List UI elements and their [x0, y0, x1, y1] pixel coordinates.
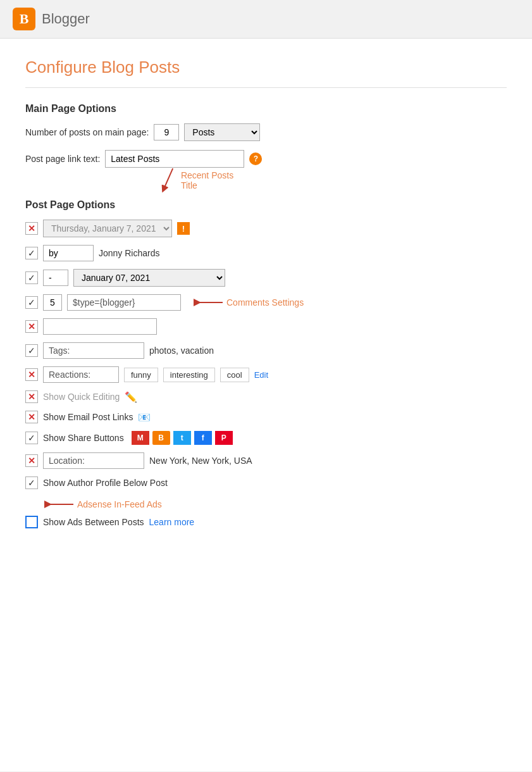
tags-row: ✓ photos, vacation — [25, 342, 507, 359]
main-page-options-section: Main Page Options Number of posts on mai… — [25, 103, 507, 168]
posts-type-select[interactable]: Posts Days — [184, 123, 260, 141]
adsense-arrow-svg — [43, 497, 75, 512]
email-links-label: Show Email Post Links — [43, 412, 133, 422]
share-buttons-row: ✓ Show Share Buttons M B t f P — [25, 431, 507, 445]
post-link-annotation-container: Recent Posts Title — [105, 150, 244, 168]
app-header: B Blogger — [0, 0, 532, 39]
app-name: Blogger — [42, 11, 90, 27]
author-profile-label: Show Author Profile Below Post — [43, 478, 168, 488]
date2-prefix-input[interactable] — [43, 270, 68, 286]
blogger-share-icon[interactable]: B — [152, 431, 170, 445]
author-name: Jonny Richards — [99, 248, 160, 258]
main-page-options-title: Main Page Options — [25, 103, 507, 115]
blogger-logo-icon: B — [13, 8, 35, 30]
post-link-text-row: Post page link text: Recent Posts Title — [25, 150, 507, 168]
email-icon: 📧 — [138, 411, 151, 423]
quick-editing-row: ✕ Show Quick Editing ✏️ — [25, 390, 507, 403]
share-buttons-label: Show Share Buttons — [43, 433, 124, 443]
empty-field-input[interactable] — [43, 318, 157, 335]
tags-label-input[interactable] — [43, 342, 144, 359]
pencil-icon: ✏️ — [125, 391, 137, 403]
date2-format-select[interactable]: January 07, 2021 01/07/2021 — [73, 269, 225, 287]
location-row: ✕ New York, New York, USA — [25, 452, 507, 469]
date2-checkbox[interactable]: ✓ — [25, 271, 38, 284]
empty-field-checkbox[interactable]: ✕ — [25, 320, 38, 333]
share-icons-group: M B t f P — [132, 431, 234, 445]
reactions-edit-link[interactable]: Edit — [254, 370, 268, 380]
tags-checkbox[interactable]: ✓ — [25, 344, 38, 357]
facebook-share-icon[interactable]: f — [194, 431, 212, 445]
author-profile-row: ✓ Show Author Profile Below Post — [25, 476, 507, 489]
adsense-annotation-row: Adsense In-Feed Ads — [43, 497, 507, 512]
tags-value: photos, vacation — [149, 346, 214, 356]
comments-num-input[interactable] — [43, 294, 62, 311]
annotation-arrow-svg — [154, 165, 180, 194]
author-checkbox[interactable]: ✓ — [25, 247, 38, 259]
reactions-row: ✕ funny interesting cool Edit — [25, 366, 507, 383]
num-posts-label: Number of posts on main page: — [25, 127, 149, 137]
post-page-options-title: Post Page Options — [25, 199, 507, 211]
adsense-label: Adsense In-Feed Ads — [77, 499, 162, 509]
email-links-row: ✕ Show Email Post Links 📧 — [25, 411, 507, 423]
date-format-select[interactable]: Thursday, January 7, 2021 January 7, 202… — [43, 220, 172, 237]
date-row: ✕ Thursday, January 7, 2021 January 7, 2… — [25, 220, 507, 237]
show-ads-label: Show Ads Between Posts — [43, 517, 144, 527]
num-posts-row: Number of posts on main page: Posts Days — [25, 123, 507, 141]
location-checkbox[interactable]: ✕ — [25, 454, 38, 467]
adsense-arrow-group: Adsense In-Feed Ads — [43, 497, 162, 512]
annotation-group: Recent Posts Title — [156, 170, 244, 192]
reaction-cool-btn[interactable]: cool — [220, 368, 249, 382]
gmail-share-icon[interactable]: M — [132, 431, 149, 445]
reaction-funny-btn[interactable]: funny — [124, 368, 158, 382]
page-title: Configure Blog Posts — [25, 58, 507, 77]
quick-editing-label: Show Quick Editing — [43, 392, 120, 402]
post-link-text-label: Post page link text: — [25, 154, 100, 164]
pinterest-share-icon[interactable]: P — [215, 431, 233, 445]
comments-row: ✓ Comments Settings — [25, 294, 507, 311]
reactions-label-input[interactable] — [43, 366, 119, 383]
author-profile-checkbox[interactable]: ✓ — [25, 476, 38, 489]
email-links-checkbox[interactable]: ✕ — [25, 411, 38, 423]
main-content: Configure Blog Posts Main Page Options N… — [0, 39, 532, 771]
date2-row: ✓ January 07, 2021 01/07/2021 — [25, 269, 507, 287]
date-checkbox[interactable]: ✕ — [25, 222, 38, 235]
reactions-checkbox[interactable]: ✕ — [25, 368, 38, 381]
show-ads-row: Show Ads Between Posts Learn more — [25, 516, 507, 528]
comments-code-input[interactable] — [67, 294, 181, 311]
reaction-interesting-btn[interactable]: interesting — [163, 368, 215, 382]
share-buttons-checkbox[interactable]: ✓ — [25, 432, 38, 444]
warning-icon: ! — [177, 222, 190, 235]
help-icon[interactable]: ? — [249, 153, 262, 165]
location-value: New York, New York, USA — [149, 456, 252, 466]
show-ads-checkbox[interactable] — [25, 516, 38, 528]
author-prefix-input[interactable] — [43, 245, 94, 261]
quick-editing-checkbox[interactable]: ✕ — [25, 390, 38, 403]
empty-field-row: ✕ — [25, 318, 507, 335]
comments-arrow-svg — [192, 295, 224, 310]
comments-checkbox[interactable]: ✓ — [25, 296, 38, 309]
learn-more-link[interactable]: Learn more — [149, 517, 195, 527]
recent-posts-annotation: Recent Posts Title — [181, 170, 244, 190]
post-page-options-section: Post Page Options ✕ Thursday, January 7,… — [25, 199, 507, 528]
num-posts-input[interactable] — [154, 124, 179, 140]
comments-annotation-container: Comments Settings — [192, 295, 304, 310]
comments-annotation-label: Comments Settings — [226, 297, 304, 308]
title-divider — [25, 87, 507, 88]
twitter-share-icon[interactable]: t — [173, 431, 191, 445]
author-row: ✓ Jonny Richards — [25, 245, 507, 261]
location-label-input[interactable] — [43, 452, 144, 469]
